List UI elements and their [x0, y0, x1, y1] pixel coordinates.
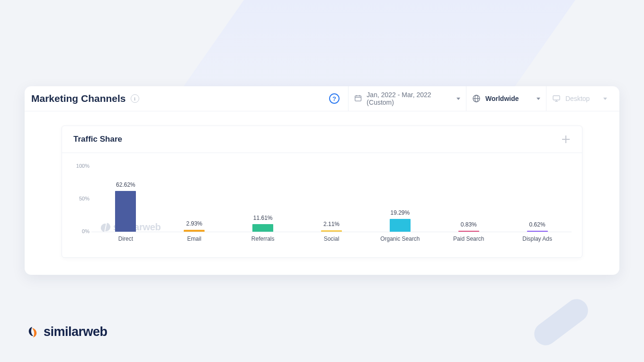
baseline [91, 232, 572, 232]
date-range-selector[interactable]: Jan, 2022 - Mar, 2022 (Custom) [349, 86, 466, 111]
bar-column: 2.93%Email [160, 166, 229, 232]
bar[interactable] [115, 191, 136, 232]
bar-category-label: Display Ads [522, 235, 552, 242]
bar-column: 0.83%Paid Search [434, 166, 503, 232]
add-icon[interactable] [561, 135, 571, 144]
bar-category-label: Social [324, 235, 340, 242]
monitor-icon [552, 94, 561, 103]
page-title: Marketing Channels [31, 93, 126, 104]
bar-chart: 0%50%100%62.62%Direct2.93%Email11.61%Ref… [91, 166, 572, 247]
chevron-down-icon [537, 98, 540, 100]
y-tick-label: 0% [72, 228, 89, 234]
bar-category-label: Direct [118, 235, 133, 242]
bars-row: 62.62%Direct2.93%Email11.61%Referrals2.1… [91, 166, 572, 232]
chevron-down-icon [603, 98, 607, 100]
bar-category-label: Email [187, 235, 201, 242]
bar-value-label: 0.83% [461, 221, 477, 228]
footer-brand-text: similarweb [44, 325, 107, 339]
card-header: Traffic Share [62, 126, 582, 153]
card-title: Traffic Share [73, 135, 122, 144]
bar[interactable] [321, 230, 342, 232]
bar-column: 11.61%Referrals [229, 166, 297, 232]
chevron-down-icon [456, 98, 460, 100]
device-label: Desktop [565, 95, 590, 102]
bar-value-label: 2.11% [323, 221, 340, 227]
bar-value-label: 19.29% [391, 209, 410, 216]
date-range-label: Jan, 2022 - Mar, 2022 (Custom) [367, 91, 452, 106]
bar-column: 19.29%Organic Search [366, 166, 434, 232]
bar-column: 2.11%Social [297, 166, 366, 232]
region-label: Worldwide [485, 95, 519, 102]
help-icon[interactable]: ? [329, 93, 340, 104]
bar-category-label: Organic Search [380, 235, 420, 242]
footer-brand: similarweb [27, 325, 107, 339]
device-selector[interactable]: Desktop [546, 86, 613, 111]
y-tick-label: 50% [72, 196, 89, 201]
chart-area: similarweb 0%50%100%62.62%Direct2.93%Ema… [62, 153, 582, 257]
panel-header: Marketing Channels i ? Jan, 2022 - Mar, … [25, 86, 619, 111]
bar-category-label: Referrals [251, 235, 275, 242]
calendar-icon [354, 94, 362, 103]
similarweb-logo-icon [27, 326, 39, 338]
bar-column: 62.62%Direct [91, 166, 160, 232]
decorative-pill [530, 295, 593, 350]
main-panel: Marketing Channels i ? Jan, 2022 - Mar, … [25, 86, 619, 275]
bar-value-label: 2.93% [186, 220, 202, 227]
info-icon[interactable]: i [131, 94, 139, 103]
bar-value-label: 0.62% [529, 221, 546, 228]
bar[interactable] [252, 224, 273, 232]
bar[interactable] [184, 230, 205, 232]
bar-category-label: Paid Search [453, 235, 484, 242]
globe-icon [472, 94, 481, 103]
bar-value-label: 11.61% [253, 215, 273, 221]
bar[interactable] [458, 231, 479, 232]
y-tick-label: 100% [72, 163, 89, 169]
traffic-share-card: Traffic Share similarweb 0%50%100%62.62%… [62, 126, 582, 258]
region-selector[interactable]: Worldwide [466, 86, 546, 111]
bar[interactable] [527, 231, 548, 232]
bar-column: 0.62%Display Ads [503, 166, 572, 232]
svg-rect-0 [355, 96, 361, 101]
bar[interactable] [390, 219, 411, 232]
svg-rect-7 [553, 96, 560, 100]
bar-value-label: 62.62% [116, 181, 135, 188]
